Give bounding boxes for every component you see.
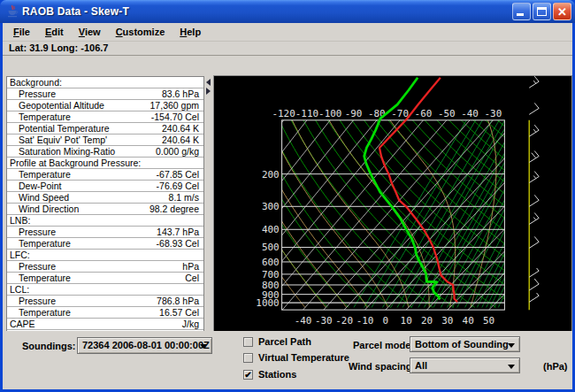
svg-text:600: 600 bbox=[262, 257, 280, 268]
row-value: Cel bbox=[185, 273, 203, 283]
maximize-button[interactable] bbox=[533, 3, 551, 20]
svg-text:700: 700 bbox=[262, 269, 280, 281]
svg-text:1000: 1000 bbox=[256, 297, 279, 309]
table-row: CAPEJ/kg bbox=[7, 319, 203, 330]
row-label: Saturation Mixing-Ratio bbox=[7, 146, 156, 157]
checkbox-box-icon[interactable] bbox=[243, 353, 253, 363]
svg-text:-60: -60 bbox=[415, 108, 433, 119]
svg-text:-40: -40 bbox=[461, 108, 479, 119]
checkbox-box-icon[interactable]: ✔ bbox=[243, 370, 253, 380]
svg-text:-110: -110 bbox=[295, 108, 318, 119]
window-title: RAOB Data - Skew-T bbox=[22, 5, 512, 18]
row-value: -67.85 Cel bbox=[157, 169, 203, 180]
svg-text:-120: -120 bbox=[272, 108, 295, 119]
parcel-mode-select-value: Bottom of Sounding bbox=[415, 339, 509, 350]
location-label: Lat: 31.9 Long: -106.7 bbox=[3, 42, 572, 56]
row-value: 240.64 K bbox=[162, 123, 203, 134]
table-row: LNB: bbox=[7, 215, 203, 227]
wind-spacing-select-value: All bbox=[415, 360, 427, 371]
wind-spacing-select[interactable]: All bbox=[410, 357, 520, 373]
svg-text:-40: -40 bbox=[295, 315, 312, 327]
table-row: Profile at Background Pressure: bbox=[7, 158, 203, 169]
table-row: PressurehPa bbox=[7, 261, 203, 273]
svg-text:300: 300 bbox=[262, 201, 280, 212]
svg-text:-30: -30 bbox=[485, 108, 502, 119]
svg-text:0: 0 bbox=[383, 315, 389, 327]
collapse-left-icon[interactable] bbox=[206, 79, 211, 86]
soundings-label: Soundings: bbox=[22, 341, 76, 351]
row-label: Wind Direction bbox=[7, 204, 150, 214]
wind-spacing-unit-label: (hPa) bbox=[543, 361, 568, 372]
svg-text:-10: -10 bbox=[356, 315, 374, 327]
minimize-button[interactable] bbox=[512, 3, 531, 20]
close-button[interactable]: ✕ bbox=[553, 3, 571, 20]
table-row: Sat' Equiv' Pot' Temp'240.64 K bbox=[7, 135, 203, 146]
virtual-temperature-checkbox[interactable]: Virtual Temperature bbox=[243, 352, 349, 363]
svg-text:500: 500 bbox=[262, 242, 280, 253]
skewt-chart-panel: -120-110-100-90-80-70-60-50-40-30-40-30-… bbox=[213, 75, 572, 350]
parcel-mode-label: Parcel mode: bbox=[353, 340, 414, 350]
menu-item-view[interactable]: View bbox=[73, 25, 107, 39]
table-row: Pressure143.7 hPa bbox=[7, 227, 203, 238]
row-label: Temperature bbox=[7, 307, 159, 318]
row-label: Profile at Background Pressure: bbox=[7, 158, 199, 168]
menu-item-customize[interactable]: Customize bbox=[110, 25, 172, 39]
row-label: LNB: bbox=[7, 215, 199, 226]
table-row: Temperature16.57 Cel bbox=[7, 307, 203, 319]
collapse-right-icon[interactable] bbox=[206, 88, 211, 95]
window-body: FileEditViewCustomizeHelp Lat: 31.9 Long… bbox=[3, 23, 572, 389]
svg-text:200: 200 bbox=[262, 169, 280, 181]
row-value: 0.000 g/kg bbox=[156, 146, 203, 157]
row-value: -68.93 Cel bbox=[157, 238, 203, 249]
java-icon bbox=[5, 4, 19, 19]
row-label: Pressure bbox=[7, 261, 182, 272]
wind-spacing-label: Wind spacing: bbox=[349, 361, 415, 372]
row-value: 17,360 gpm bbox=[150, 100, 203, 111]
row-label: Potential Temperature bbox=[7, 123, 162, 134]
menu-item-help[interactable]: Help bbox=[173, 25, 207, 39]
soundings-select[interactable]: 72364 2006-08-01 00:00:00Z bbox=[77, 337, 212, 354]
soundings-select-value: 72364 2006-08-01 00:00:00Z bbox=[82, 340, 210, 350]
row-label: Pressure bbox=[7, 227, 157, 237]
main-content: Background:Pressure83.6 hPaGeopotential … bbox=[3, 75, 572, 350]
row-label: Pressure bbox=[7, 296, 157, 306]
bottom-controls: Soundings: 72364 2006-08-01 00:00:00Z Pa… bbox=[3, 331, 572, 389]
svg-text:-20: -20 bbox=[335, 315, 353, 327]
svg-text:40: 40 bbox=[463, 315, 474, 327]
svg-text:400: 400 bbox=[262, 224, 280, 235]
parcel-mode-select[interactable]: Bottom of Sounding bbox=[410, 336, 520, 352]
parcel-mode-dropdown-arrow-icon bbox=[508, 343, 515, 348]
table-row: Temperature-67.85 Cel bbox=[7, 169, 203, 181]
table-row: Geopotential Altitude17,360 gpm bbox=[7, 100, 203, 111]
table-row: Pressure83.6 hPa bbox=[7, 88, 203, 100]
split-divider[interactable] bbox=[204, 75, 213, 350]
menu-item-edit[interactable]: Edit bbox=[39, 25, 70, 39]
svg-text:30: 30 bbox=[441, 315, 453, 327]
stations-checkbox[interactable]: ✔Stations bbox=[243, 369, 296, 380]
row-value: 16.57 Cel bbox=[159, 307, 203, 318]
table-row: Wind Speed8.1 m/s bbox=[7, 192, 203, 204]
row-value: 240.64 K bbox=[162, 135, 203, 145]
app-window: RAOB Data - Skew-T ✕ FileEditViewCustomi… bbox=[0, 0, 575, 392]
menu-item-file[interactable]: File bbox=[7, 25, 36, 39]
table-row: Potential Temperature240.64 K bbox=[7, 123, 203, 135]
svg-text:-50: -50 bbox=[438, 108, 456, 119]
row-value: 83.6 hPa bbox=[162, 88, 203, 99]
row-value: J/kg bbox=[182, 319, 203, 329]
svg-text:-70: -70 bbox=[391, 108, 409, 119]
checkbox-box-icon[interactable] bbox=[243, 337, 253, 347]
checkbox-label: Stations bbox=[258, 369, 296, 380]
parcel-path-checkbox[interactable]: Parcel Path bbox=[243, 336, 311, 347]
row-value: hPa bbox=[182, 261, 203, 272]
row-value: 143.7 hPa bbox=[157, 227, 203, 237]
title-bar[interactable]: RAOB Data - Skew-T ✕ bbox=[0, 0, 575, 23]
svg-text:-30: -30 bbox=[315, 315, 333, 327]
row-value: -154.70 Cel bbox=[151, 111, 203, 122]
table-row: Saturation Mixing-Ratio0.000 g/kg bbox=[7, 146, 203, 158]
soundings-dropdown-arrow-icon bbox=[200, 344, 207, 349]
maximize-icon bbox=[537, 7, 547, 16]
table-row: Wind Direction98.2 degree bbox=[7, 204, 203, 215]
minimize-icon bbox=[517, 13, 524, 16]
row-label: Temperature bbox=[7, 169, 157, 180]
table-row: Temperature-154.70 Cel bbox=[7, 111, 203, 123]
